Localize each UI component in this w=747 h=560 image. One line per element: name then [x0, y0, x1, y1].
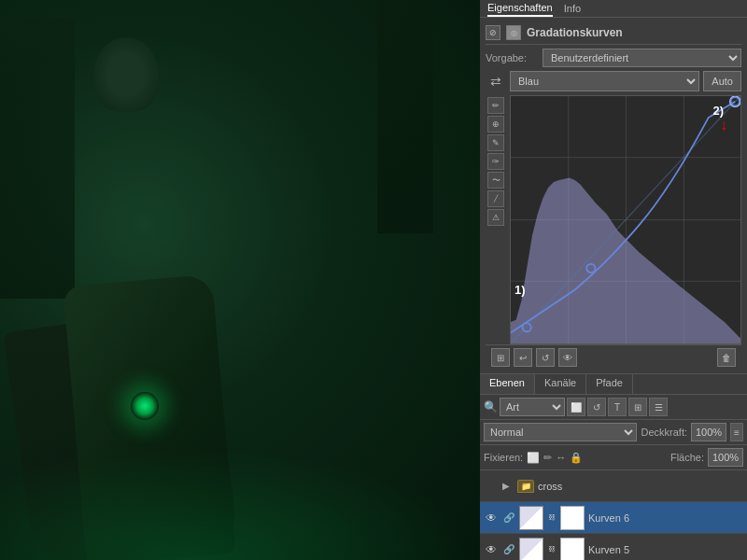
- image-canvas: [0, 0, 480, 560]
- curves-btn-grid[interactable]: ⊞: [491, 348, 510, 367]
- layer-thumb-k6: [519, 506, 543, 530]
- layer-thumb-k5: [519, 538, 543, 560]
- layer-icon-btn5[interactable]: ☰: [649, 398, 668, 416]
- fix-icon-2[interactable]: ✏: [543, 452, 552, 464]
- fix-icon-4[interactable]: 🔒: [570, 452, 583, 464]
- layer-vis-cross[interactable]: [484, 479, 499, 494]
- tool-icons: ✏ ⊕ ✎ ✑ 〜 ╱ ⚠: [486, 95, 506, 344]
- filter-icon: 🔍: [484, 400, 498, 413]
- layer-chain-k5: ⛓: [547, 542, 557, 557]
- fix-icon-3[interactable]: ↔: [556, 452, 566, 464]
- tab-info[interactable]: Info: [564, 1, 581, 16]
- layer-icon-btn2[interactable]: ↺: [587, 398, 606, 416]
- layers-toolbar: 🔍 Art ⬜ ↺ T ⊞ ☰: [480, 395, 747, 420]
- layer-name-k5: Kurven 5: [588, 544, 743, 555]
- layer-name-cross: cross: [538, 481, 743, 492]
- layers-section: Ebenen Kanäle Pfade 🔍 Art ⬜ ↺ T ⊞ ☰ Norm…: [480, 373, 747, 560]
- preset-label: Vorgabe:: [486, 52, 537, 63]
- curves-icon: ⊘: [486, 25, 500, 40]
- layer-name-k6: Kurven 6: [588, 512, 743, 524]
- curves-btn-refresh[interactable]: ↩: [514, 348, 532, 367]
- tool-eyedropper2[interactable]: ✑: [487, 153, 504, 170]
- panel-title: Gradationskurven: [527, 26, 623, 39]
- fix-label: Fixieren:: [484, 452, 523, 463]
- annotation-1: 1): [514, 283, 526, 297]
- layer-kurven5[interactable]: 👁 🔗 ⛓ Kurven 5: [480, 534, 747, 560]
- layer-vis-k6[interactable]: 👁: [484, 511, 499, 525]
- layer-group-cross[interactable]: ▶ 📁 cross: [480, 470, 747, 502]
- layer-vis-k5[interactable]: 👁: [484, 542, 499, 557]
- fix-row: Fixieren: ⬜ ✏ ↔ 🔒 Fläche:: [480, 445, 747, 470]
- layer-icon-btn1[interactable]: ⬜: [567, 398, 585, 416]
- curves-btn-undo[interactable]: ↺: [536, 348, 555, 367]
- tab-eigenschaften[interactable]: Eigenschaften: [487, 0, 553, 17]
- tool-warning[interactable]: ⚠: [487, 209, 504, 226]
- layers-tabs: Ebenen Kanäle Pfade: [480, 374, 747, 395]
- curves-btn-delete[interactable]: 🗑: [717, 348, 736, 367]
- tool-add-point[interactable]: ⊕: [487, 116, 504, 133]
- tab-kanaele[interactable]: Kanäle: [535, 374, 586, 394]
- auto-button[interactable]: Auto: [703, 71, 741, 91]
- opacity-label: Deckkraft:: [641, 427, 687, 438]
- blend-menu-btn[interactable]: ≡: [730, 423, 743, 441]
- annotation-2: 2): [712, 104, 724, 118]
- layer-kurven6[interactable]: 👁 🔗 ⛓ Kurven 6: [480, 502, 747, 534]
- fix-icon-1[interactable]: ⬜: [527, 452, 540, 464]
- layer-mask-k5: [560, 538, 585, 560]
- curves-area: ✏ ⊕ ✎ ✑ 〜 ╱ ⚠: [486, 95, 741, 344]
- blend-mode-row: Normal Deckkraft: ≡: [480, 420, 747, 445]
- red-arrow: ↓: [720, 117, 727, 133]
- tab-ebenen[interactable]: Ebenen: [480, 374, 535, 394]
- fill-input[interactable]: [708, 448, 743, 467]
- preset-select[interactable]: Benutzerdefiniert: [543, 49, 741, 67]
- layer-icon-btn3[interactable]: T: [608, 398, 627, 416]
- opacity-input[interactable]: [691, 423, 726, 441]
- layer-expand-cross[interactable]: ▶: [502, 481, 514, 491]
- tool-pencil[interactable]: ✏: [487, 97, 504, 114]
- layer-icon-btn4[interactable]: ⊞: [628, 398, 647, 416]
- filter-select[interactable]: Art: [500, 398, 565, 416]
- layer-mask-k6: [560, 506, 585, 530]
- folder-icon: 📁: [517, 480, 534, 493]
- curves-toolbar: ⊞ ↩ ↺ 👁 🗑: [486, 344, 741, 370]
- channel-icon: ⇄: [490, 74, 501, 89]
- tab-bar: Eigenschaften Info: [480, 0, 747, 18]
- tool-line[interactable]: ╱: [487, 190, 504, 207]
- layer-link-k6[interactable]: 🔗: [502, 511, 515, 525]
- curves-graph[interactable]: 1) 2) ↓: [510, 95, 741, 344]
- layers-list: ▶ 📁 cross 👁 🔗 ⛓ Kurven 6 👁 🔗 ⛓ Kurv: [480, 470, 747, 560]
- layer-chain-k6: ⛓: [547, 511, 557, 525]
- layer-link-k5[interactable]: 🔗: [502, 543, 515, 556]
- channel-select[interactable]: Blau: [510, 71, 699, 91]
- blend-mode-select[interactable]: Normal: [484, 423, 637, 441]
- curves-icon2: ◎: [506, 25, 521, 40]
- curves-btn-visibility[interactable]: 👁: [558, 348, 577, 367]
- fill-label: Fläche:: [670, 452, 704, 463]
- properties-panel: ⊘ ◎ Gradationskurven Vorgabe: Benutzerde…: [480, 18, 747, 373]
- tool-eyedropper1[interactable]: ✎: [487, 134, 504, 151]
- tool-curve[interactable]: 〜: [487, 172, 504, 189]
- tab-pfade[interactable]: Pfade: [586, 374, 633, 394]
- right-panel: Eigenschaften Info ⊘ ◎ Gradationskurven …: [480, 0, 747, 560]
